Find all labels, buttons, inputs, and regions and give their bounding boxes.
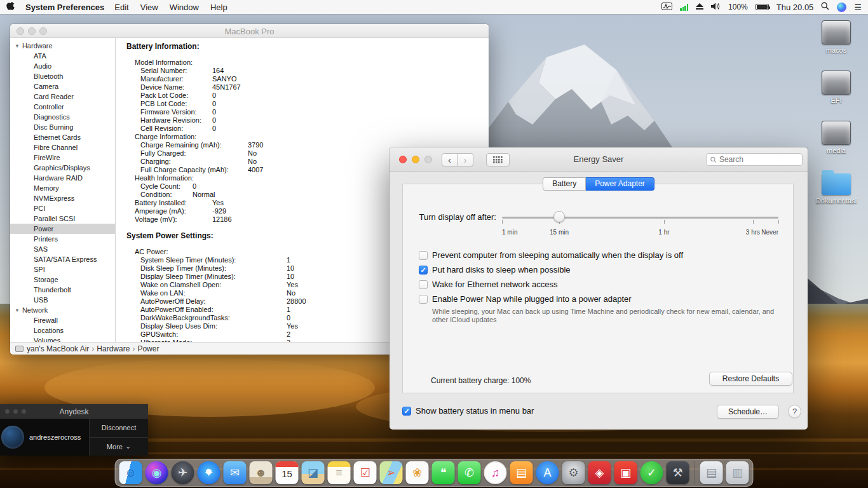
desktop-icon-efi[interactable]: EFI (810, 71, 863, 104)
dock-calendar-icon[interactable]: 15 (276, 461, 299, 484)
window-titlebar[interactable]: MacBook Pro (10, 24, 489, 38)
tab-battery[interactable]: Battery (543, 177, 586, 191)
show-battery-status-checkbox[interactable] (402, 407, 411, 416)
dock-red-app-2-icon[interactable]: ▣ (614, 461, 637, 484)
dock-contacts-icon[interactable]: ☻ (250, 461, 273, 484)
dock-safari-icon[interactable]: ✦ (198, 461, 220, 484)
dock-trash-icon[interactable]: ▥ (726, 461, 749, 484)
dock-maps-icon[interactable]: ➢ (380, 461, 403, 484)
activity-monitor-icon[interactable] (661, 3, 672, 12)
dock-preview-icon[interactable]: ◪ (302, 461, 325, 484)
dock-app-store-icon[interactable]: A (536, 461, 559, 484)
dock-utility-icon[interactable]: ⚒ (667, 461, 689, 484)
desktop-icon-label: media (827, 147, 846, 154)
sidebar-section-network[interactable]: Network (10, 305, 115, 315)
dock-itunes-icon[interactable]: ♫ (484, 461, 507, 484)
sidebar-item-power[interactable]: Power (10, 224, 115, 234)
sidebar-item-parallel-scsi[interactable]: Parallel SCSI (10, 214, 115, 224)
sidebar-item-graphics-displays[interactable]: Graphics/Displays (10, 163, 115, 173)
disconnect-button[interactable]: Disconnect (90, 419, 148, 437)
search-field[interactable] (706, 153, 803, 166)
sidebar-section-hardware[interactable]: Hardware (10, 41, 115, 51)
battery-icon[interactable] (756, 4, 769, 10)
dock-reminders-icon[interactable]: ☑ (354, 461, 377, 484)
dock-files-icon[interactable]: ▤ (700, 461, 723, 484)
checkbox-prevent-computer-from-sleeping[interactable] (419, 251, 428, 260)
window-toolbar[interactable]: ‹ › Energy Saver (390, 147, 808, 172)
sidebar-item-controller[interactable]: Controller (10, 102, 115, 112)
breadcrumb-item[interactable]: yan's MacBook Air (27, 344, 89, 353)
dock-red-app-1-icon[interactable]: ◈ (588, 461, 611, 484)
sidebar-item-bluetooth[interactable]: Bluetooth (10, 71, 115, 81)
menu-help[interactable]: Help (210, 3, 227, 12)
window-control-dots[interactable] (5, 409, 26, 414)
dock-system-preferences-icon[interactable]: ⚙ (562, 461, 585, 484)
spotlight-icon[interactable] (821, 2, 829, 12)
sidebar-item-sas[interactable]: SAS (10, 244, 115, 254)
network-signal-icon[interactable] (680, 4, 688, 11)
slider-handle[interactable] (553, 211, 565, 222)
breadcrumb-item[interactable]: Power (137, 344, 159, 353)
schedule-button[interactable]: Schedule… (717, 405, 779, 419)
sidebar-item-card-reader[interactable]: Card Reader (10, 92, 115, 102)
menu-bar-clock[interactable]: Thu 20.05 (776, 3, 814, 12)
apple-menu-icon[interactable] (6, 2, 15, 12)
sidebar-item-disc-burning[interactable]: Disc Burning (10, 122, 115, 132)
checkbox-put-hard-disks-to[interactable] (419, 266, 428, 274)
sidebar-item-firewall[interactable]: Firewall (10, 315, 115, 325)
notification-center-icon[interactable] (854, 3, 862, 12)
sidebar-item-nvmexpress[interactable]: NVMExpress (10, 193, 115, 203)
search-input[interactable] (719, 155, 798, 164)
desktop-icon-macos[interactable]: macos (810, 20, 863, 54)
sidebar-item-diagnostics[interactable]: Diagnostics (10, 112, 115, 122)
active-app-name[interactable]: System Preferences (25, 3, 104, 12)
help-button[interactable]: ? (788, 405, 801, 418)
menu-view[interactable]: View (140, 3, 158, 12)
sidebar-item-sata-sata-express[interactable]: SATA/SATA Express (10, 254, 115, 264)
energy-options: Prevent computer from sleeping automatic… (419, 248, 791, 324)
menu-edit[interactable]: Edit (114, 3, 128, 12)
dock-green-app-icon[interactable]: ✓ (641, 461, 663, 484)
dock-facetime-icon[interactable]: ✆ (458, 461, 481, 484)
sidebar-item-memory[interactable]: Memory (10, 183, 115, 193)
dock-ibooks-icon[interactable]: ▤ (510, 461, 533, 484)
more-button[interactable]: More (90, 437, 148, 456)
dock-launchpad-icon[interactable]: ✈ (172, 461, 194, 484)
sidebar-item-thunderbolt[interactable]: Thunderbolt (10, 285, 115, 295)
sidebar-item-ata[interactable]: ATA (10, 51, 115, 61)
sidebar-item-pci[interactable]: PCI (10, 203, 115, 214)
sidebar-item-firewire[interactable]: FireWire (10, 152, 115, 163)
display-off-slider[interactable] (502, 208, 778, 225)
sidebar-item-camera[interactable]: Camera (10, 81, 115, 92)
dock-siri-icon[interactable]: ◉ (146, 461, 168, 484)
dock-photos-icon[interactable]: ❀ (406, 461, 429, 484)
desktop-icon-dokumentasi[interactable]: Dokumentasi (810, 171, 863, 205)
dock-mail-icon[interactable]: ✉ (224, 461, 247, 484)
sidebar-item-volumes[interactable]: Volumes (10, 336, 115, 342)
breadcrumb-item[interactable]: Hardware (97, 344, 130, 353)
dock-messages-icon[interactable]: ❝ (432, 461, 455, 484)
anydesk-titlebar[interactable]: Anydesk (0, 404, 148, 419)
menu-window[interactable]: Window (170, 3, 199, 12)
sidebar-item-ethernet-cards[interactable]: Ethernet Cards (10, 132, 115, 142)
dock-finder-icon[interactable]: ☺ (119, 461, 142, 484)
checkbox-enable-power-nap-while[interactable] (419, 295, 428, 304)
dock-notes-icon[interactable]: ≡ (328, 461, 351, 484)
restore-defaults-button[interactable]: Restore Defaults (709, 372, 792, 386)
search-icon (710, 156, 717, 163)
siri-icon[interactable] (837, 3, 846, 12)
sidebar-item-hardware-raid[interactable]: Hardware RAID (10, 173, 115, 183)
desktop-icon-media[interactable]: media (810, 121, 863, 154)
eject-icon[interactable] (696, 3, 703, 12)
sidebar-item-fibre-channel[interactable]: Fibre Channel (10, 142, 115, 152)
checkbox-wake-for-ethernet-network[interactable] (419, 280, 428, 289)
sidebar-item-locations[interactable]: Locations (10, 325, 115, 336)
sidebar-item-printers[interactable]: Printers (10, 234, 115, 244)
volume-icon[interactable] (711, 3, 721, 12)
sidebar-item-spi[interactable]: SPI (10, 264, 115, 274)
sidebar-item-usb[interactable]: USB (10, 295, 115, 305)
sidebar-item-audio[interactable]: Audio (10, 61, 115, 71)
sidebar-item-storage[interactable]: Storage (10, 274, 115, 285)
slider-track[interactable] (502, 217, 778, 219)
tab-power-adapter[interactable]: Power Adapter (586, 177, 654, 191)
